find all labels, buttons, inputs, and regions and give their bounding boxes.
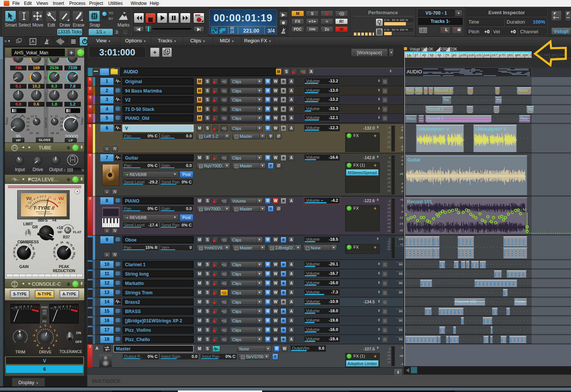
svg-text:-18: -18 (53, 306, 57, 309)
svg-text:-6: -6 (62, 305, 64, 308)
svg-text:-12: -12 (57, 306, 61, 308)
svg-text:0: 0 (70, 305, 71, 308)
svg-text:1: 1 (33, 306, 35, 308)
svg-text:2: 2 (75, 306, 76, 309)
svg-text:-18: -18 (14, 306, 18, 309)
svg-text:30: 30 (50, 307, 52, 309)
svg-text:-12: -12 (18, 306, 22, 308)
svg-text:3: 3 (38, 307, 39, 309)
svg-text:-5: -5 (33, 198, 35, 200)
svg-text:VU: VU (58, 197, 64, 201)
svg-text:0: 0 (31, 305, 32, 308)
svg-text:-1: -1 (41, 195, 43, 198)
svg-text:-20: -20 (25, 205, 28, 207)
svg-text:3: 3 (77, 307, 78, 309)
svg-text:T-TYPE //: T-TYPE // (33, 205, 55, 211)
svg-text:30: 30 (11, 307, 13, 309)
svg-text:-3: -3 (36, 196, 38, 199)
svg-text:2: 2 (36, 306, 37, 309)
svg-text:-3: -3 (27, 305, 29, 308)
svg-text:+3: +3 (58, 201, 61, 204)
svg-text:0: 0 (45, 195, 46, 198)
svg-text:+1: +1 (48, 196, 51, 198)
svg-text:-7: -7 (30, 200, 33, 202)
svg-text:1: 1 (72, 306, 74, 308)
svg-text:+2: +2 (53, 198, 56, 200)
svg-text:-3: -3 (66, 305, 68, 308)
svg-text:A: A (31, 39, 34, 44)
svg-text:-6: -6 (23, 305, 25, 308)
